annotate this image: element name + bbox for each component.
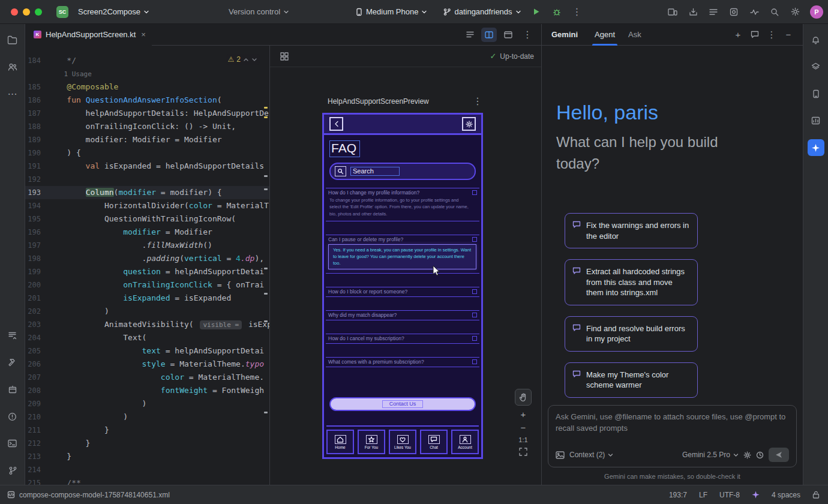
caret-position[interactable]: 193:7 — [669, 491, 687, 499]
faq-item[interactable]: Can I pause or delete my profile?Yes. If… — [326, 235, 479, 274]
close-window-button[interactable] — [11, 8, 18, 16]
preview-canvas[interactable]: HelpAndSupportScreenPreview ⋮ — [270, 67, 541, 485]
sdk-manager-button[interactable] — [684, 4, 702, 20]
expand-toggle-icon[interactable] — [472, 336, 477, 341]
bottom-nav-item[interactable]: Account — [451, 430, 479, 454]
debug-button[interactable] — [548, 4, 566, 20]
inspections-widget[interactable]: ⚠2 — [226, 54, 260, 65]
version-control-tool-button[interactable] — [4, 462, 21, 479]
run-configuration[interactable]: datingandfriends — [439, 5, 524, 19]
app-quality-insights-button[interactable] — [808, 112, 824, 129]
fit-screen-icon — [519, 448, 527, 456]
file-lock-button[interactable] — [812, 491, 820, 499]
bottom-nav-item[interactable]: Home — [326, 430, 354, 454]
new-chat-button[interactable]: + — [731, 28, 745, 42]
indent-setting[interactable]: 4 spaces — [772, 491, 800, 499]
gemini-tool-button[interactable] — [808, 139, 824, 156]
status-file-path[interactable]: compose-compose-model-1758748140651.xml — [19, 491, 170, 499]
gemini-suggestion-card[interactable]: Make my Theme's color scheme warmer — [565, 362, 698, 398]
settings-button[interactable] — [462, 117, 476, 131]
code-view-button[interactable] — [462, 28, 478, 42]
zoom-ratio-button[interactable]: 1:1 — [518, 436, 527, 443]
send-button[interactable] — [769, 448, 789, 462]
preview-options-button[interactable]: ⋮ — [472, 95, 484, 107]
contact-us-button[interactable]: Contact Us — [329, 397, 476, 411]
context-selector[interactable]: Context (2) — [569, 451, 613, 459]
zoom-to-fit-button[interactable] — [519, 448, 527, 456]
faq-item[interactable]: How do I block or report someone? — [326, 287, 479, 297]
build-tool-button[interactable] — [4, 354, 21, 371]
settings-button[interactable] — [786, 4, 804, 20]
user-avatar[interactable]: P — [810, 5, 823, 19]
zoom-in-button[interactable]: + — [521, 410, 526, 419]
editor-options-button[interactable]: ⋮ — [520, 28, 535, 42]
hide-panel-button[interactable]: − — [781, 28, 796, 42]
phone-preview[interactable]: FAQ Search How do I change my profile in… — [322, 113, 483, 459]
bottom-nav-item[interactable]: For You — [358, 430, 385, 454]
search-field[interactable]: Search — [329, 163, 476, 180]
device-explorer-tool-button[interactable] — [4, 381, 21, 398]
more-run-actions-button[interactable]: ⋮ — [568, 4, 586, 20]
notifications-button[interactable] — [808, 31, 824, 48]
expand-toggle-icon[interactable] — [472, 190, 477, 195]
gemini-suggestion-card[interactable]: Fix the warnings and errors in the edito… — [565, 213, 698, 248]
prompt-history-button[interactable] — [756, 451, 764, 459]
prompt-settings-button[interactable] — [743, 451, 751, 459]
logcat-tool-button[interactable] — [4, 327, 21, 344]
zoom-out-button[interactable]: − — [521, 423, 526, 432]
code-line: 211 } — [25, 424, 269, 437]
gradle-tool-button[interactable] — [808, 58, 824, 75]
logcat-button[interactable] — [704, 4, 722, 20]
vcs-menu[interactable]: Version control — [225, 5, 293, 19]
tab-agent[interactable]: Agent — [595, 24, 615, 46]
gemini-suggestion-card[interactable]: Extract all hardcoded strings from this … — [565, 259, 698, 305]
bottom-nav-item[interactable]: Likes You — [389, 430, 416, 454]
back-button[interactable] — [329, 117, 343, 131]
faq-item[interactable]: Why did my match disappear? — [326, 310, 479, 320]
line-separator[interactable]: LF — [699, 491, 707, 499]
device-mirroring-button[interactable] — [664, 4, 682, 20]
project-menu[interactable]: Screen2Compose — [74, 5, 153, 19]
device-selector[interactable]: Medium Phone — [352, 5, 431, 19]
running-devices-button[interactable] — [808, 85, 824, 102]
file-encoding[interactable]: UTF-8 — [719, 491, 740, 499]
pan-tool-button[interactable] — [515, 389, 532, 406]
fullscreen-window-button[interactable] — [35, 8, 42, 16]
resource-manager-tool-button[interactable] — [4, 58, 21, 75]
gemini-suggestion-card[interactable]: Find and resolve build errors in my proj… — [565, 316, 698, 352]
chat-history-button[interactable] — [748, 28, 762, 42]
app-inspection-button[interactable] — [725, 4, 743, 20]
search-everywhere-button[interactable] — [766, 4, 784, 20]
expand-toggle-icon[interactable] — [472, 313, 477, 317]
close-tab-icon[interactable]: × — [141, 30, 146, 39]
faq-item[interactable]: What comes with a premium subscription? — [326, 357, 479, 367]
expand-toggle-icon[interactable] — [472, 359, 477, 364]
ai-status-button[interactable] — [752, 491, 760, 499]
gemini-options-button[interactable]: ⋮ — [764, 28, 779, 42]
prompt-input[interactable]: Ask Gemini, use @filename to attach sour… — [548, 405, 797, 467]
attach-image-button[interactable] — [556, 451, 565, 459]
split-view-button[interactable] — [481, 28, 497, 42]
project-tool-button[interactable] — [4, 31, 21, 48]
run-button[interactable] — [527, 4, 545, 20]
faq-item[interactable]: How do I change my profile information?T… — [326, 188, 479, 221]
editor-tab[interactable]: K HelpAndSupportScreen.kt × — [25, 24, 152, 46]
prev-warning-icon[interactable] — [243, 57, 249, 62]
problems-tool-button[interactable] — [4, 408, 21, 425]
profiler-button[interactable] — [745, 4, 763, 20]
bottom-nav-item[interactable]: Chat — [420, 430, 448, 454]
terminal-tool-button[interactable] — [4, 435, 21, 452]
error-stripe[interactable] — [263, 46, 268, 485]
ui-check-mode-button[interactable] — [277, 49, 292, 64]
code-line: 189 modifier: Modifier = Modifier — [25, 133, 269, 146]
expand-toggle-icon[interactable] — [472, 289, 477, 294]
code-editor[interactable]: 184 */ 1 Usage185 @Composable186 fun Que… — [25, 46, 270, 485]
model-selector[interactable]: Gemini 2.5 Pro — [682, 451, 739, 459]
expand-toggle-icon[interactable] — [472, 237, 477, 242]
more-tool-windows-button[interactable]: ⋯ — [4, 85, 21, 102]
tab-ask[interactable]: Ask — [628, 24, 641, 46]
design-view-button[interactable] — [500, 28, 516, 42]
minimize-window-button[interactable] — [23, 8, 30, 16]
next-warning-icon[interactable] — [251, 57, 257, 62]
faq-item[interactable]: How do I cancel my subscription? — [326, 334, 479, 344]
